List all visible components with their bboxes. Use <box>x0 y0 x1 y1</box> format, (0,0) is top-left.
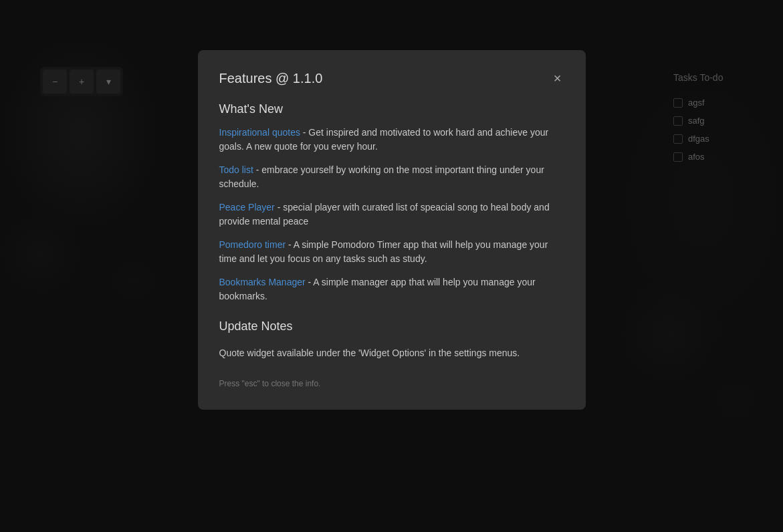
feature-item-3: Peace Player - special player with curat… <box>219 201 564 229</box>
modal-header: Features @ 1.1.0 × <box>219 69 564 88</box>
update-notes-text: Quote widget available under the 'Widget… <box>219 346 564 360</box>
feature-desc-2: - embrace yourself by working on the mos… <box>219 164 544 189</box>
feature-link-2: Todo list <box>219 164 253 175</box>
feature-link-5: Bookmarks Manager <box>219 277 306 287</box>
feature-item-2: Todo list - embrace yourself by working … <box>219 163 564 191</box>
feature-item-1: Inspirational quotes - Get inspired and … <box>219 126 564 154</box>
features-modal: Features @ 1.1.0 × What's New Inspiratio… <box>198 50 586 410</box>
update-notes-heading: Update Notes <box>219 319 564 334</box>
modal-title: Features @ 1.1.0 <box>219 71 323 86</box>
modal-close-button[interactable]: × <box>551 69 564 88</box>
feature-item-5: Bookmarks Manager - A simple manager app… <box>219 275 564 303</box>
feature-link-1: Inspirational quotes <box>219 127 300 138</box>
esc-hint: Press "esc" to close the info. <box>219 379 564 388</box>
feature-item-4: Pomedoro timer - A simple Pomodoro Timer… <box>219 238 564 266</box>
feature-link-3: Peace Player <box>219 202 275 213</box>
section-divider: Update Notes <box>219 319 564 334</box>
feature-link-4: Pomedoro timer <box>219 239 286 250</box>
modal-overlay[interactable]: Features @ 1.1.0 × What's New Inspiratio… <box>0 0 783 532</box>
whats-new-heading: What's New <box>219 102 564 116</box>
